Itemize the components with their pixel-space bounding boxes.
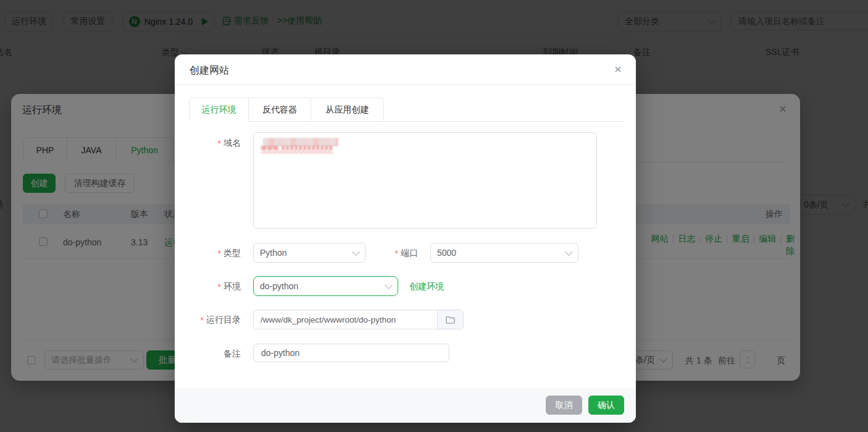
close-icon[interactable]: ×	[614, 63, 622, 75]
tab-runtime-env-label: 运行环境	[202, 104, 236, 116]
create-tabs-border-mid	[248, 121, 382, 122]
run-dir-input[interactable]	[254, 310, 437, 329]
browse-folder-button[interactable]	[437, 310, 463, 329]
domain-textarea[interactable]: www.xxxxxxxxxxxx	[253, 132, 597, 229]
port-label-text: 端口	[401, 248, 418, 259]
required-mark: *	[218, 248, 221, 258]
domain-label-text: 域名	[223, 138, 241, 149]
run-dir-group	[253, 310, 464, 329]
type-select[interactable]: Python	[253, 243, 365, 263]
screen: 运行环境 常用设置 N Nginx 1.24.0 需求反馈 >>使用帮助 全部分…	[0, 0, 868, 432]
cancel-button[interactable]: 取消	[546, 396, 582, 415]
create-dialog-footer: 取消 确认	[175, 388, 636, 423]
tab-reverse-proxy[interactable]: 反代容器	[249, 98, 311, 121]
required-mark: *	[395, 248, 398, 258]
port-label: * 端口	[381, 248, 418, 259]
env-label: * 环境	[185, 281, 241, 292]
type-select-value: Python	[260, 248, 353, 258]
domain-label: * 域名	[185, 138, 241, 149]
confirm-button[interactable]: 确认	[588, 396, 624, 415]
run-dir-label: * 运行目录	[175, 315, 241, 326]
env-select-value: do-python	[260, 281, 386, 291]
env-label-text: 环境	[223, 281, 241, 292]
create-website-dialog: 创建网站 × 运行环境 反代容器 从应用创建 * 域名 www.xxxxxxxx…	[175, 54, 636, 423]
tab-reverse-proxy-label: 反代容器	[262, 104, 297, 116]
redacted-domain-value: www.xxxxxxxxxxxx	[261, 143, 333, 152]
create-tabs-border	[382, 121, 624, 122]
env-select[interactable]: do-python	[253, 276, 398, 296]
cancel-label: 取消	[556, 400, 573, 411]
remark-label-text: 备注	[223, 349, 241, 360]
confirm-label: 确认	[598, 400, 615, 411]
chevron-down-icon	[385, 281, 393, 289]
remark-label: 备注	[185, 349, 241, 360]
port-select-value: 5000	[437, 248, 566, 258]
create-header-divider	[175, 84, 636, 85]
active-tab-bottom-gap	[190, 121, 247, 122]
type-label: * 类型	[185, 248, 241, 259]
tab-from-app[interactable]: 从应用创建	[311, 98, 383, 121]
chevron-down-icon	[565, 248, 573, 256]
required-mark: *	[201, 315, 204, 325]
tab-from-app-label: 从应用创建	[326, 104, 369, 116]
folder-icon	[446, 316, 455, 324]
remark-input[interactable]	[253, 344, 449, 362]
type-label-text: 类型	[223, 248, 241, 259]
run-dir-label-text: 运行目录	[206, 315, 241, 326]
chevron-down-icon	[352, 248, 360, 256]
create-environment-link[interactable]: 创建环境	[409, 281, 444, 292]
required-mark: *	[218, 282, 221, 292]
tab-runtime-env[interactable]: 运行环境	[190, 98, 249, 121]
port-select[interactable]: 5000	[430, 243, 578, 263]
create-tabs: 运行环境 反代容器 从应用创建	[189, 98, 384, 121]
required-mark: *	[218, 138, 221, 148]
create-dialog-title: 创建网站	[190, 64, 229, 77]
